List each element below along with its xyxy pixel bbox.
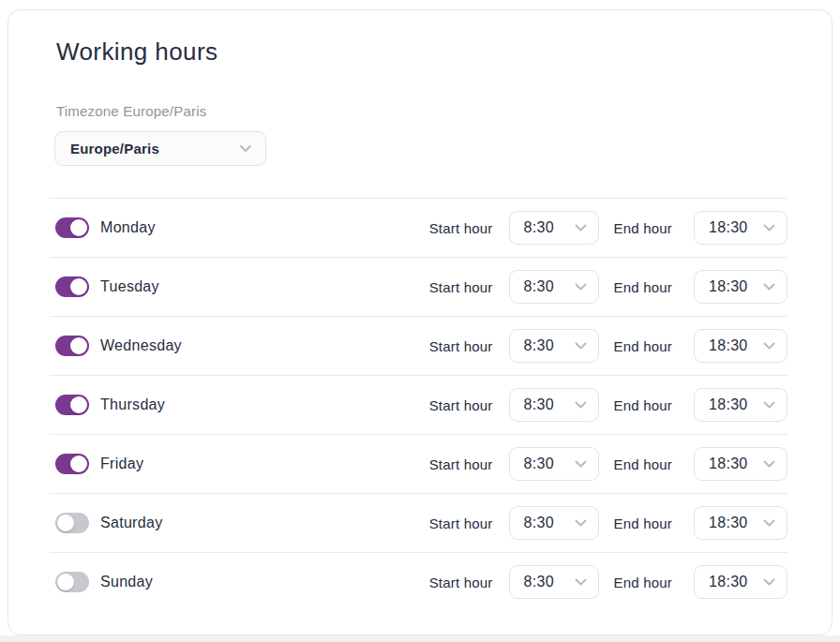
start-hour-value: 8:30 — [524, 219, 554, 236]
day-row: Wednesday Start hour 8:30 End hour 18:30 — [50, 316, 788, 375]
day-row-controls: Start hour 8:30 End hour 18:30 — [429, 565, 788, 599]
chevron-down-icon — [763, 342, 775, 350]
day-toggle[interactable] — [55, 336, 89, 356]
end-hour-value: 18:30 — [709, 574, 748, 590]
end-hour-select[interactable]: 18:30 — [694, 506, 788, 540]
day-label: Friday — [100, 455, 143, 472]
day-row: Thursday Start hour 8:30 End hour 18:30 — [50, 375, 788, 434]
day-row-left: Friday — [50, 454, 143, 474]
day-toggle[interactable] — [55, 454, 89, 474]
day-label: Tuesday — [100, 278, 159, 295]
end-hour-select[interactable]: 18:30 — [694, 447, 788, 481]
day-row-left: Thursday — [50, 395, 165, 415]
day-toggle[interactable] — [55, 395, 89, 415]
end-hour-label: End hour — [614, 220, 672, 236]
end-hour-select[interactable]: 18:30 — [694, 211, 788, 245]
end-hour-label: End hour — [614, 338, 672, 354]
day-row: Friday Start hour 8:30 End hour 18:30 — [50, 434, 788, 493]
start-hour-label: Start hour — [429, 515, 493, 531]
day-label: Sunday — [100, 574, 153, 590]
toggle-knob — [70, 396, 87, 413]
start-hour-select[interactable]: 8:30 — [509, 270, 599, 304]
end-hour-label: End hour — [614, 279, 672, 295]
toggle-knob — [70, 455, 87, 472]
timezone-select-value: Europe/Paris — [70, 141, 159, 157]
working-days-list: Monday Start hour 8:30 End hour 18:30 Tu… — [50, 198, 788, 611]
start-hour-label: Start hour — [429, 338, 493, 354]
start-hour-label: Start hour — [429, 456, 493, 472]
day-row: Monday Start hour 8:30 End hour 18:30 — [50, 198, 788, 257]
end-hour-value: 18:30 — [709, 219, 748, 236]
page-background-strip — [0, 635, 840, 642]
chevron-down-icon — [763, 519, 775, 527]
day-row-controls: Start hour 8:30 End hour 18:30 — [429, 211, 788, 245]
chevron-down-icon — [575, 342, 587, 350]
start-hour-value: 8:30 — [524, 515, 554, 531]
chevron-down-icon — [763, 224, 775, 231]
chevron-down-icon — [763, 283, 775, 291]
start-hour-value: 8:30 — [524, 337, 554, 354]
end-hour-label: End hour — [614, 515, 672, 531]
end-hour-select[interactable]: 18:30 — [694, 329, 788, 363]
chevron-down-icon — [575, 224, 587, 231]
page-title: Working hours — [56, 39, 788, 65]
day-row: Sunday Start hour 8:30 End hour 18:30 — [50, 552, 788, 611]
day-row-left: Wednesday — [50, 336, 182, 356]
end-hour-value: 18:30 — [709, 396, 748, 413]
end-hour-value: 18:30 — [709, 337, 748, 354]
timezone-select[interactable]: Europe/Paris — [54, 131, 266, 166]
day-toggle[interactable] — [55, 276, 89, 297]
toggle-knob — [70, 337, 87, 354]
start-hour-value: 8:30 — [524, 574, 554, 590]
toggle-knob — [57, 574, 74, 590]
start-hour-label: Start hour — [429, 279, 493, 295]
day-row-left: Saturday — [50, 513, 162, 533]
start-hour-select[interactable]: 8:30 — [509, 565, 599, 599]
chevron-down-icon — [239, 144, 252, 153]
timezone-label: Timezone Europe/Paris — [56, 103, 788, 119]
day-row: Saturday Start hour 8:30 End hour 18:30 — [50, 493, 788, 552]
day-row: Tuesday Start hour 8:30 End hour 18:30 — [50, 257, 788, 316]
day-row-controls: Start hour 8:30 End hour 18:30 — [429, 388, 788, 422]
start-hour-label: Start hour — [429, 575, 493, 590]
start-hour-select[interactable]: 8:30 — [509, 211, 599, 245]
end-hour-value: 18:30 — [709, 455, 748, 472]
day-row-controls: Start hour 8:30 End hour 18:30 — [429, 329, 788, 363]
end-hour-select[interactable]: 18:30 — [694, 270, 788, 304]
end-hour-label: End hour — [614, 456, 672, 472]
day-row-left: Monday — [50, 217, 156, 238]
day-row-controls: Start hour 8:30 End hour 18:30 — [429, 270, 788, 304]
start-hour-select[interactable]: 8:30 — [509, 388, 599, 422]
end-hour-value: 18:30 — [709, 278, 748, 295]
day-toggle[interactable] — [55, 217, 89, 238]
chevron-down-icon — [575, 578, 587, 586]
day-label: Thursday — [100, 396, 165, 413]
chevron-down-icon — [575, 401, 587, 409]
end-hour-select[interactable]: 18:30 — [694, 565, 788, 599]
day-row-left: Tuesday — [50, 276, 159, 297]
day-toggle[interactable] — [55, 572, 89, 592]
start-hour-label: Start hour — [429, 397, 493, 413]
day-row-left: Sunday — [50, 572, 153, 592]
start-hour-value: 8:30 — [524, 396, 554, 413]
chevron-down-icon — [763, 578, 775, 586]
day-label: Monday — [100, 219, 156, 236]
working-hours-card: Working hours Timezone Europe/Paris Euro… — [8, 9, 832, 635]
start-hour-select[interactable]: 8:30 — [509, 329, 599, 363]
day-label: Wednesday — [100, 337, 182, 354]
start-hour-value: 8:30 — [524, 455, 554, 472]
end-hour-label: End hour — [614, 575, 672, 590]
chevron-down-icon — [763, 460, 775, 468]
start-hour-select[interactable]: 8:30 — [509, 506, 599, 540]
day-label: Saturday — [100, 515, 162, 531]
chevron-down-icon — [575, 283, 587, 291]
start-hour-select[interactable]: 8:30 — [509, 447, 599, 481]
toggle-knob — [57, 515, 74, 531]
chevron-down-icon — [575, 519, 587, 527]
end-hour-select[interactable]: 18:30 — [694, 388, 788, 422]
day-toggle[interactable] — [55, 513, 89, 533]
start-hour-value: 8:30 — [524, 278, 554, 295]
start-hour-label: Start hour — [429, 220, 493, 236]
end-hour-value: 18:30 — [709, 515, 748, 531]
toggle-knob — [70, 278, 87, 295]
